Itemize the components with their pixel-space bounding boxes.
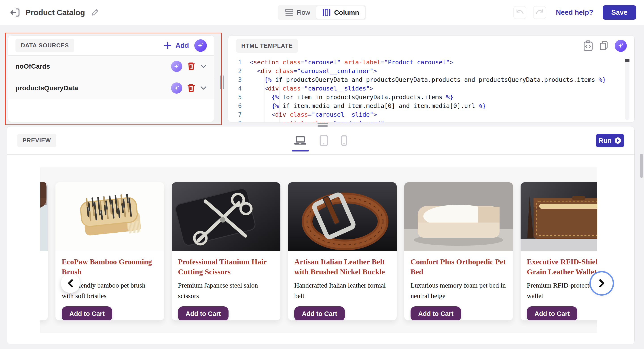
line-number: 3 [228, 75, 242, 84]
expand-data-source-button[interactable] [200, 64, 207, 69]
carousel-next-button[interactable] [592, 274, 611, 293]
delete-data-source-button[interactable] [187, 83, 195, 92]
page-scrollbar-thumb[interactable] [640, 154, 643, 178]
panel-resize-handle-vertical[interactable] [220, 75, 224, 89]
copy-code-button[interactable] [599, 40, 609, 51]
column-label: Column [334, 9, 359, 16]
product-description: Handcrafted Italian leather formal belt [294, 280, 390, 301]
code-text: {% if item.media and item.media[0] and i… [250, 101, 486, 110]
top-header: Product Catalog Row Column [0, 0, 644, 25]
add-data-source-button[interactable]: Add [164, 41, 189, 50]
line-number: 1 [228, 58, 242, 67]
product-title: Executive RFID-Shield Full-Grain Leather… [527, 257, 597, 277]
product-card: Comfort Plus Orthopedic Pet Bed Luxuriou… [404, 182, 513, 321]
undo-button[interactable] [514, 6, 526, 19]
data-source-name: noOfCards [16, 62, 50, 70]
code-line: 1<section class="carousel" aria-label="P… [228, 58, 634, 67]
code-text: <div class="carousel__slide"> [250, 110, 377, 119]
code-text: <section class="carousel" aria-label="Pr… [250, 58, 453, 67]
line-number: 7 [228, 110, 242, 119]
back-arrow-bracket-icon [10, 7, 20, 18]
data-source-row[interactable]: noOfCards [8, 56, 214, 77]
copy-icon [599, 40, 609, 51]
add-to-cart-button[interactable]: Add to Cart [294, 306, 345, 321]
back-button[interactable] [10, 7, 20, 18]
row-layout-icon [285, 9, 294, 16]
need-help-link[interactable]: Need help? [556, 8, 593, 16]
sparkle-icon [618, 43, 624, 49]
preview-viewport: EcoPaw Bamboo Grooming Brush Eco-friendl… [7, 155, 634, 344]
device-laptop-button[interactable] [294, 126, 307, 155]
line-number: 8 [228, 119, 242, 122]
chevron-down-icon [200, 64, 207, 69]
device-tablet-button[interactable] [319, 126, 328, 155]
add-to-cart-button[interactable]: Add to Cart [410, 306, 461, 321]
chevron-down-icon [200, 86, 207, 90]
expand-data-source-button[interactable] [200, 86, 207, 90]
product-title: Comfort Plus Orthopedic Pet Bed [410, 257, 507, 277]
run-button[interactable]: Run [596, 134, 624, 147]
column-layout-icon [322, 8, 331, 16]
carousel-strip: EcoPaw Bamboo Grooming Brush Eco-friendl… [40, 167, 597, 333]
layout-row-button[interactable]: Row [279, 6, 316, 19]
product-card: Executive RFID-Shield Full-Grain Leather… [520, 182, 597, 321]
line-number: 6 [228, 101, 242, 110]
trash-icon [187, 62, 195, 71]
ai-row-sparkle-button[interactable] [171, 61, 182, 72]
code-line: 3 {% if productsQueryData and productsQu… [228, 75, 634, 84]
data-sources-panel: DATA SOURCES Add noOfCards pr [8, 35, 214, 122]
run-label: Run [598, 137, 612, 144]
save-button[interactable]: Save [603, 5, 636, 20]
pencil-icon [90, 8, 99, 17]
layout-column-button[interactable]: Column [316, 6, 365, 19]
phone-icon [341, 135, 348, 146]
code-text: <article class="product-card"> [250, 119, 388, 122]
code-text: {% for item in productsQueryData.product… [250, 93, 453, 101]
device-toggle-group [294, 126, 348, 155]
product-title: Professional Titanium Hair Cutting Sciss… [178, 257, 274, 277]
carousel-prev-button[interactable] [61, 274, 80, 293]
product-card-partial [40, 182, 48, 321]
redo-button[interactable] [533, 6, 546, 19]
code-scrollbar-thumb[interactable] [625, 59, 630, 62]
delete-data-source-button[interactable] [187, 62, 195, 71]
product-card: Artisan Italian Leather Belt with Brushe… [288, 182, 397, 321]
product-image-brush [56, 182, 164, 251]
product-title: EcoPaw Bamboo Grooming Brush [62, 257, 158, 277]
add-label: Add [176, 41, 189, 50]
code-editor[interactable]: 1<section class="carousel" aria-label="P… [228, 58, 634, 122]
data-source-name: productsQueryData [16, 84, 78, 92]
product-image-scissors [172, 182, 280, 251]
clipboard-code-icon [583, 40, 593, 51]
insert-snippet-button[interactable] [583, 40, 593, 51]
active-device-underline [292, 150, 309, 151]
code-line: 6 {% if item.media and item.media[0] and… [228, 101, 634, 110]
row-label: Row [297, 9, 310, 16]
ai-template-sparkle-button[interactable] [615, 40, 627, 52]
code-line: 4 <div class="carousel__slides"> [228, 84, 634, 93]
plus-icon [164, 41, 172, 50]
product-card: EcoPaw Bamboo Grooming Brush Eco-friendl… [56, 182, 164, 321]
html-template-label: HTML TEMPLATE [236, 39, 298, 53]
add-to-cart-button[interactable]: Add to Cart [62, 306, 112, 321]
code-line: 8 <article class="product-card"> [228, 119, 634, 122]
edit-title-button[interactable] [90, 8, 99, 17]
trash-icon [187, 83, 195, 92]
ai-row-sparkle-button[interactable] [171, 82, 182, 94]
preview-label: PREVIEW [17, 134, 56, 147]
product-image-wallet [520, 182, 597, 251]
preview-panel: PREVIEW [7, 126, 634, 344]
panel-resize-handle-horizontal[interactable] [318, 123, 328, 127]
ai-sparkle-button[interactable] [194, 39, 207, 52]
line-number: 4 [228, 84, 242, 93]
product-description: Premium Japanese steel salon scissors [178, 280, 274, 301]
laptop-icon [294, 135, 307, 146]
data-source-row[interactable]: productsQueryData [8, 77, 214, 99]
sparkle-icon [174, 85, 180, 91]
device-phone-button[interactable] [341, 126, 348, 155]
add-to-cart-button[interactable]: Add to Cart [527, 306, 577, 321]
layout-toggle: Row Column [278, 5, 366, 20]
product-description: Luxurious memory foam pet bed in neutral… [410, 280, 507, 301]
add-to-cart-button[interactable]: Add to Cart [178, 306, 228, 321]
page-title: Product Catalog [26, 8, 85, 17]
